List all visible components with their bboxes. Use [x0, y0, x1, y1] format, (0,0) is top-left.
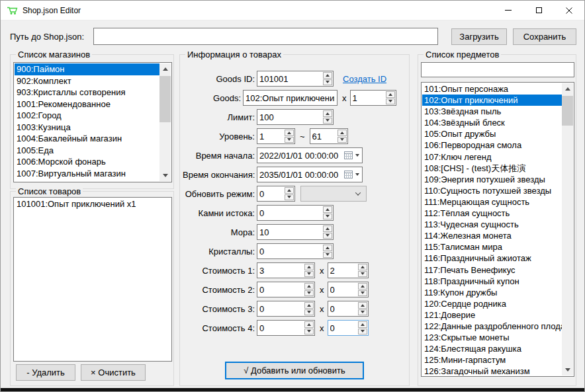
spin-down-button[interactable] [323, 214, 332, 220]
maximize-button[interactable] [523, 1, 554, 20]
cost2-id-input[interactable] [257, 282, 304, 297]
save-button[interactable]: Сохранить [513, 28, 576, 45]
spin-down-button[interactable] [304, 290, 314, 297]
level-min-spinner[interactable] [257, 128, 295, 144]
scroll-up-button[interactable] [562, 83, 573, 95]
path-input[interactable] [93, 28, 438, 45]
list-item[interactable]: 109:Энергия потухшей звезды [422, 174, 562, 185]
shops-scrollbar[interactable] [159, 63, 171, 181]
list-item[interactable]: 126:Загадочный механизм [422, 366, 562, 375]
primogems-input[interactable] [257, 206, 322, 220]
time-start-picker[interactable] [257, 147, 363, 163]
list-item[interactable]: 120:Сердце родника [422, 298, 562, 309]
scroll-track[interactable] [562, 95, 573, 364]
list-item[interactable]: 122:Данные раздробленного плода [422, 321, 562, 332]
spin-down-button[interactable] [323, 79, 332, 86]
time-end-input[interactable] [259, 170, 344, 180]
spin-down-button[interactable] [338, 137, 347, 143]
list-item[interactable]: 123:Скрытые монеты [422, 332, 562, 343]
scroll-down-button[interactable] [159, 170, 171, 181]
scroll-thumb[interactable] [562, 96, 573, 126]
cost1-id-input[interactable] [257, 263, 304, 278]
spin-up-button[interactable] [285, 130, 294, 136]
spin-down-button[interactable] [386, 98, 395, 105]
list-item[interactable]: 1002:Город [15, 110, 159, 122]
cost3-count-input[interactable] [328, 301, 357, 316]
list-item[interactable]: 106:Первородная смола [422, 139, 562, 151]
level-max-input[interactable] [310, 129, 337, 143]
list-item[interactable]: 902:Комплект [15, 75, 159, 87]
spin-up-button[interactable] [386, 91, 395, 98]
list-item[interactable]: 115:Талисман мира [422, 241, 562, 253]
spin-up-button[interactable] [304, 264, 314, 270]
crystals-spinner[interactable] [257, 243, 334, 259]
cost4-id-input[interactable] [257, 321, 304, 335]
spin-up-button[interactable] [338, 130, 347, 136]
spin-up-button[interactable] [358, 264, 367, 270]
list-item[interactable]: 107:Ключ легенд [422, 151, 562, 163]
list-item[interactable]: 110:Сущность потухшей звезды [422, 185, 562, 196]
mora-spinner[interactable] [257, 224, 334, 240]
list-item[interactable]: 1006:Морской фонарь [15, 156, 159, 168]
list-item[interactable]: 119:Купон дружбы [422, 287, 562, 298]
clear-button[interactable]: × Очистить [81, 364, 146, 381]
cost2-id-spinner[interactable] [257, 282, 315, 297]
spin-up-button[interactable] [323, 72, 332, 79]
list-item[interactable]: 900:Паймон [15, 63, 159, 75]
load-button[interactable]: Загрузить [451, 28, 507, 45]
spin-down-button[interactable] [358, 271, 367, 278]
scroll-down-button[interactable] [562, 364, 573, 375]
cost3-id-input[interactable] [257, 301, 304, 316]
list-item[interactable]: 111:Мерцающая сущность [422, 196, 562, 208]
spin-down-button[interactable] [358, 309, 367, 316]
cost2-count-input[interactable] [328, 282, 357, 297]
list-item[interactable]: 118:Праздничный купон [422, 276, 562, 287]
dropdown-arrow-icon[interactable] [355, 154, 359, 157]
limit-spinner[interactable] [257, 109, 334, 125]
spin-up-button[interactable] [304, 283, 314, 290]
list-item[interactable]: 101001:Опыт приключений x1 [15, 198, 171, 210]
list-item[interactable]: 113:Чудесная сущность [422, 219, 562, 230]
refresh-mode-input[interactable] [257, 186, 284, 201]
add-or-update-button[interactable]: √ Добавить или обновить [225, 362, 364, 379]
list-item[interactable]: 117:Печать Венефикус [422, 264, 562, 276]
cost3-id-spinner[interactable] [257, 301, 315, 317]
cost4-count-input[interactable] [328, 321, 357, 335]
scroll-thumb[interactable] [159, 76, 171, 122]
list-item[interactable]: 1004:Бакалейный магазин [15, 133, 159, 145]
cost1-id-spinner[interactable] [257, 262, 315, 278]
minimize-button[interactable] [493, 1, 523, 20]
refresh-mode-spinner[interactable] [257, 186, 295, 202]
mora-input[interactable] [257, 225, 322, 239]
spin-down-button[interactable] [285, 137, 294, 143]
list-item[interactable]: 125:Мини-гарпастум [422, 354, 562, 366]
spin-down-button[interactable] [323, 252, 332, 258]
create-id-link[interactable]: Создать ID [343, 74, 386, 84]
time-start-input[interactable] [259, 151, 344, 161]
cost4-id-spinner[interactable] [257, 320, 315, 336]
item-search-input[interactable] [421, 62, 574, 77]
spin-up-button[interactable] [323, 225, 332, 232]
spin-up-button[interactable] [358, 321, 367, 328]
spin-up-button[interactable] [285, 187, 294, 194]
cost1-count-input[interactable] [328, 263, 357, 278]
list-item[interactable]: 112:Тёплая сущность [422, 208, 562, 219]
items-scrollbar[interactable] [562, 83, 573, 375]
cost3-count-spinner[interactable] [328, 301, 369, 317]
list-item[interactable]: 108:[CHS] - (test)天体推演 [422, 163, 562, 174]
dropdown-arrow-icon[interactable] [355, 173, 359, 176]
level-min-input[interactable] [257, 129, 284, 143]
list-item[interactable]: 1005:Еда [15, 145, 159, 157]
spin-up-button[interactable] [304, 321, 314, 328]
list-item[interactable]: 121:Доверие [422, 309, 562, 321]
limit-input[interactable] [257, 110, 322, 124]
list-item[interactable]: 114:Железная монета [422, 230, 562, 241]
spin-up-button[interactable] [358, 302, 367, 309]
spin-down-button[interactable] [323, 118, 332, 124]
list-item[interactable]: 903:Кристаллы сотворения [15, 87, 159, 98]
spin-up-button[interactable] [323, 206, 332, 213]
cost1-count-spinner[interactable] [328, 262, 369, 278]
list-item[interactable]: 116:Праздничный ажиотаж [422, 253, 562, 264]
list-item[interactable]: 103:Звёздная пыль [422, 106, 562, 117]
list-item[interactable]: 1003:Кузница [15, 122, 159, 134]
